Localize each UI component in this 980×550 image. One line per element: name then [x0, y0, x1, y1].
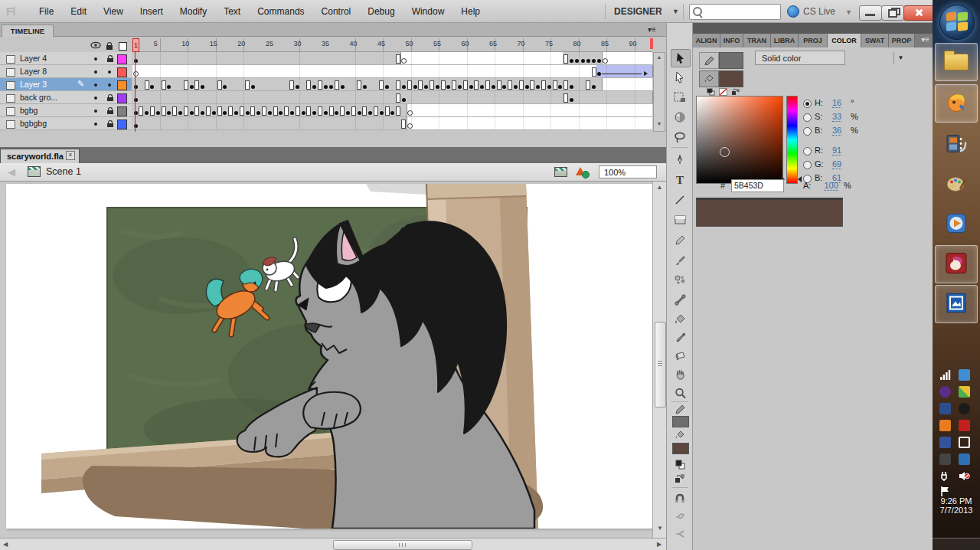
blank-keyframe[interactable]: [452, 80, 456, 90]
taskbar-explorer-button[interactable]: [935, 43, 978, 81]
hand-tool[interactable]: [671, 366, 689, 383]
tab-close-icon[interactable]: ×: [66, 151, 75, 160]
lock-icon[interactable]: [106, 45, 113, 50]
empty-keyframe[interactable]: [401, 58, 407, 64]
blank-keyframe[interactable]: [592, 67, 596, 77]
stroke-color-button[interactable]: [699, 52, 719, 69]
menu-debug[interactable]: Debug: [359, 0, 403, 23]
blank-keyframe[interactable]: [240, 106, 244, 116]
blank-keyframe[interactable]: [194, 106, 199, 116]
adobe-updater-icon[interactable]: [959, 420, 970, 431]
blank-keyframe[interactable]: [296, 106, 300, 116]
blank-keyframe[interactable]: [262, 106, 266, 116]
layer-visible-dot[interactable]: [94, 70, 97, 74]
menu-view[interactable]: View: [95, 0, 132, 23]
show-desktop-button[interactable]: [933, 538, 980, 550]
panel-menu-icon[interactable]: ▾≡: [921, 35, 929, 44]
blank-keyframe[interactable]: [441, 80, 446, 90]
blank-keyframe[interactable]: [206, 106, 211, 116]
keyframe[interactable]: [436, 85, 439, 89]
blank-keyframe[interactable]: [497, 80, 501, 90]
menu-file[interactable]: File: [31, 0, 62, 23]
bone-tool[interactable]: [671, 291, 689, 308]
blank-keyframe[interactable]: [396, 54, 400, 64]
keyframe[interactable]: [547, 85, 551, 89]
keyframe[interactable]: [570, 59, 573, 63]
layer-color-swatch[interactable]: [117, 93, 127, 103]
zoom-level-dropdown[interactable]: 100% ▼: [599, 165, 657, 178]
frame-span[interactable]: [132, 52, 401, 64]
blank-keyframe[interactable]: [385, 106, 390, 116]
layer-visible-dot[interactable]: [94, 57, 97, 61]
keyframe[interactable]: [402, 98, 406, 102]
canvas-hscroll-thumb[interactable]: [333, 540, 472, 550]
zoom-tool[interactable]: [671, 385, 689, 401]
sync-icon[interactable]: [939, 437, 951, 448]
scroll-up-icon[interactable]: ▲: [653, 184, 666, 191]
hue-slider[interactable]: [786, 96, 798, 184]
action-center-flag-icon[interactable]: [939, 486, 951, 497]
blank-keyframe[interactable]: [586, 80, 590, 90]
subselection-tool[interactable]: [671, 69, 689, 86]
volume-muted-icon[interactable]: [959, 470, 970, 482]
blank-keyframe[interactable]: [228, 106, 233, 116]
blank-keyframe[interactable]: [217, 106, 222, 116]
keyframe[interactable]: [251, 85, 255, 89]
tablet-driver-icon[interactable]: [959, 453, 970, 465]
stroke-color-swatch[interactable]: [672, 416, 689, 427]
blank-keyframe[interactable]: [508, 80, 512, 90]
scroll-down-icon[interactable]: ▼: [657, 525, 663, 532]
blank-keyframe[interactable]: [284, 106, 289, 116]
keyframe[interactable]: [324, 111, 328, 115]
blank-keyframe[interactable]: [318, 80, 322, 90]
blank-keyframe[interactable]: [357, 80, 361, 90]
blank-keyframe[interactable]: [217, 80, 222, 90]
empty-keyframe[interactable]: [407, 110, 413, 116]
blank-keyframe[interactable]: [396, 93, 400, 103]
radio-button[interactable]: [803, 147, 812, 156]
taskbar-moviemaker-button[interactable]: [935, 126, 978, 164]
keyframe[interactable]: [469, 85, 473, 89]
blank-keyframe[interactable]: [306, 80, 311, 90]
blank-keyframe[interactable]: [184, 106, 188, 116]
keyframe[interactable]: [324, 85, 328, 89]
rectangle-tool[interactable]: [671, 211, 689, 228]
brush-tool[interactable]: [671, 251, 689, 268]
back-arrow-icon[interactable]: ◀: [8, 166, 15, 178]
blank-keyframe[interactable]: [194, 80, 199, 90]
hex-input[interactable]: 5B453D: [731, 179, 784, 192]
workspace-switcher[interactable]: DESIGNER: [614, 6, 662, 17]
keyframe[interactable]: [234, 111, 238, 115]
keyframe[interactable]: [570, 85, 573, 89]
scene-label[interactable]: Scene 1: [46, 166, 81, 177]
scroll-down-icon[interactable]: ▼: [654, 121, 665, 126]
blank-keyframe[interactable]: [485, 80, 490, 90]
keyframe[interactable]: [190, 111, 194, 115]
blank-keyframe[interactable]: [172, 106, 177, 116]
start-button[interactable]: [939, 5, 975, 40]
layer-color-swatch[interactable]: [117, 106, 127, 116]
color-component-value[interactable]: 69: [832, 159, 841, 169]
blank-keyframe[interactable]: [139, 106, 143, 116]
layer-visible-dot[interactable]: [94, 97, 97, 100]
blank-keyframe[interactable]: [362, 106, 367, 116]
taskbar-firefox-pony-button[interactable]: [935, 84, 978, 123]
black-white-icon[interactable]: [707, 87, 715, 95]
edit-scene-icon[interactable]: [554, 167, 567, 177]
blank-keyframe[interactable]: [374, 106, 378, 116]
keyframe[interactable]: [302, 111, 305, 115]
blank-keyframe[interactable]: [273, 106, 278, 116]
blank-keyframe[interactable]: [401, 119, 406, 129]
layer-row-4[interactable]: back gro...: [0, 91, 132, 104]
layer-lock-icon[interactable]: [107, 97, 113, 101]
keyframe[interactable]: [346, 111, 350, 115]
blank-keyframe[interactable]: [564, 54, 568, 64]
blank-keyframe[interactable]: [474, 80, 479, 90]
blank-keyframe[interactable]: [318, 106, 322, 116]
playhead[interactable]: 1: [132, 38, 139, 52]
layer-frames-1[interactable]: [132, 52, 652, 65]
cs-live-button[interactable]: CS Live: [787, 5, 835, 18]
layer-lock-icon[interactable]: [107, 58, 113, 62]
layer-row-3[interactable]: Layer 3✎: [0, 78, 132, 91]
panel-menu-icon[interactable]: ▾≡: [648, 25, 656, 34]
